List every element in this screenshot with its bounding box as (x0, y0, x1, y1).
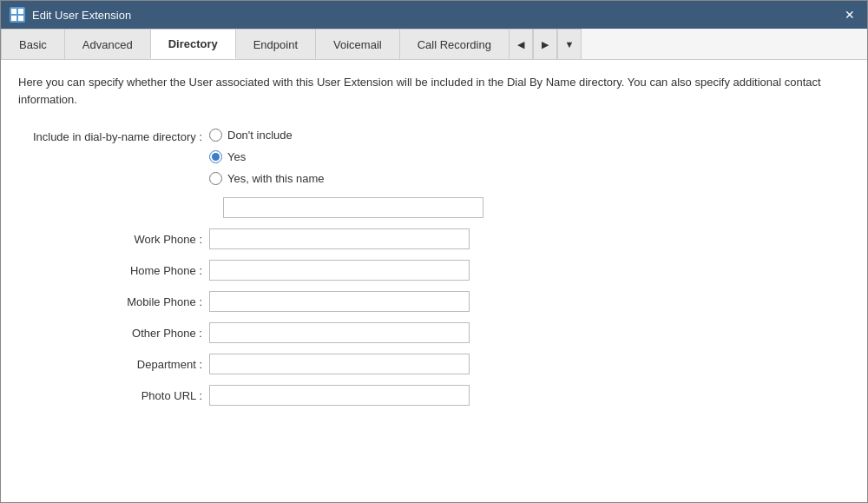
tab-directory[interactable]: Directory (150, 29, 236, 59)
radio-option-yes-with-name: Yes, with this name (209, 172, 483, 185)
description-text: Here you can specify whether the User as… (18, 74, 850, 108)
radio-dont-include-label[interactable]: Don't include (227, 129, 293, 142)
department-label: Department : (18, 358, 209, 371)
photo-url-input[interactable] (209, 385, 470, 406)
work-phone-label: Work Phone : (18, 233, 209, 246)
other-phone-label: Other Phone : (18, 327, 209, 340)
photo-url-row: Photo URL : (18, 385, 850, 406)
tab-basic[interactable]: Basic (1, 29, 65, 59)
work-phone-input[interactable] (209, 228, 470, 249)
name-input[interactable] (223, 197, 483, 218)
tab-prev-button[interactable]: ◀ (509, 29, 533, 59)
other-phone-input[interactable] (209, 322, 470, 343)
tab-next-button[interactable]: ▶ (533, 29, 557, 59)
name-input-row (223, 197, 483, 218)
radio-group: Don't include Yes Yes, with this name (209, 129, 483, 218)
content-area: Here you can specify whether the User as… (1, 60, 867, 502)
window-title: Edit User Extension (32, 9, 841, 22)
department-row: Department : (18, 354, 850, 374)
tab-call-recording[interactable]: Call Recording (399, 29, 510, 59)
radio-yes-with-name[interactable] (209, 172, 222, 185)
tab-endpoint[interactable]: Endpoint (235, 29, 316, 59)
tab-voicemail[interactable]: Voicemail (315, 29, 400, 59)
tabs-bar: Basic Advanced Directory Endpoint Voicem… (1, 29, 867, 60)
titlebar: Edit User Extension ✕ (1, 1, 867, 29)
home-phone-input[interactable] (209, 260, 470, 281)
svg-rect-4 (18, 16, 23, 21)
tab-dropdown-button[interactable]: ▼ (557, 29, 582, 59)
include-label: Include in dial-by-name directory : (18, 129, 209, 143)
tab-advanced[interactable]: Advanced (64, 29, 151, 59)
radio-yes[interactable] (209, 150, 222, 163)
include-row: Include in dial-by-name directory : Don'… (18, 129, 850, 218)
svg-rect-3 (11, 16, 16, 21)
app-icon (10, 7, 25, 23)
svg-rect-2 (18, 9, 23, 14)
radio-dont-include[interactable] (209, 129, 222, 142)
work-phone-row: Work Phone : (18, 228, 850, 249)
form-section: Include in dial-by-name directory : Don'… (18, 129, 850, 406)
svg-rect-1 (11, 9, 16, 14)
photo-url-label: Photo URL : (18, 389, 209, 402)
mobile-phone-label: Mobile Phone : (18, 295, 209, 308)
radio-yes-label[interactable]: Yes (227, 150, 246, 163)
mobile-phone-input[interactable] (209, 291, 470, 312)
home-phone-row: Home Phone : (18, 260, 850, 281)
home-phone-label: Home Phone : (18, 264, 209, 277)
department-input[interactable] (209, 354, 470, 374)
radio-option-yes: Yes (209, 150, 483, 163)
other-phone-row: Other Phone : (18, 322, 850, 343)
close-button[interactable]: ✕ (841, 6, 858, 23)
edit-user-extension-window: Edit User Extension ✕ Basic Advanced Dir… (0, 0, 868, 503)
mobile-phone-row: Mobile Phone : (18, 291, 850, 312)
radio-option-dont-include: Don't include (209, 129, 483, 142)
radio-yes-with-name-label[interactable]: Yes, with this name (227, 172, 325, 185)
